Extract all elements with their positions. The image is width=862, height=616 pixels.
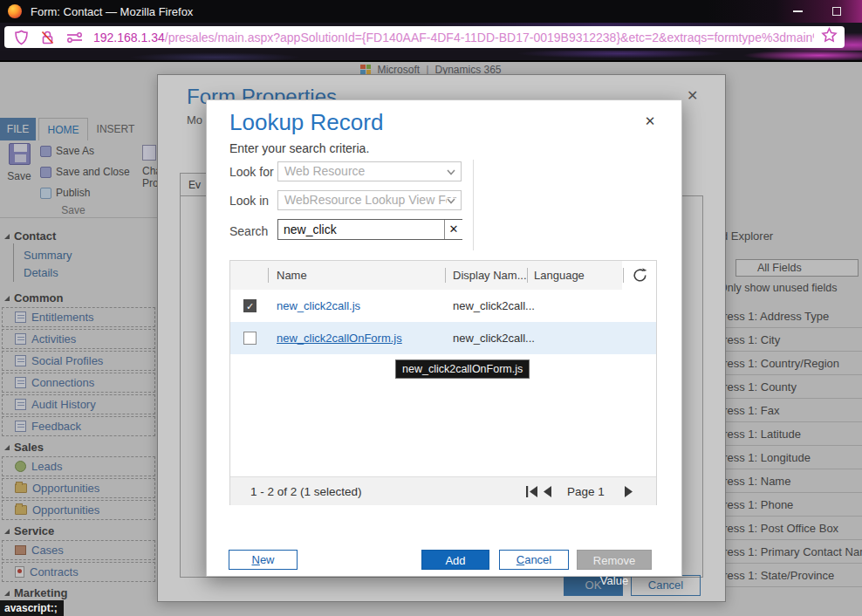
- search-input[interactable]: [277, 219, 462, 240]
- look-for-select[interactable]: Web Resource: [277, 161, 462, 181]
- link-tooltip: new_click2callOnForm.js: [395, 359, 530, 379]
- theme-art-strip: [0, 51, 862, 62]
- column-separator: [527, 268, 528, 283]
- url-path: /presales/main.aspx?appSolutionId={FD140…: [165, 31, 814, 44]
- column-language[interactable]: Language: [534, 269, 585, 282]
- lookup-dialog-subtitle: Enter your search criteria.: [229, 141, 369, 155]
- browser-titlebar: Form: Contact — Mozilla Firefox: [0, 0, 862, 23]
- cancel-button[interactable]: Cancel: [499, 550, 569, 570]
- url-bar[interactable]: 192.168.1.34/presales/main.aspx?appSolut…: [4, 26, 845, 48]
- minimize-button[interactable]: [793, 10, 803, 12]
- record-count-summary: 1 - 2 of 2 (1 selected): [250, 485, 362, 498]
- close-icon[interactable]: ✕: [642, 113, 658, 129]
- webresource-link[interactable]: new_click2call.js: [277, 299, 360, 312]
- column-separator: [268, 268, 269, 283]
- permissions-icon[interactable]: [66, 32, 83, 43]
- bookmark-star-icon[interactable]: [821, 27, 838, 47]
- browser-navbar: 192.168.1.34/presales/main.aspx?appSolut…: [0, 23, 862, 51]
- look-in-value: WebResource Lookup View For: [284, 193, 456, 207]
- first-page-icon[interactable]: [524, 485, 539, 502]
- row-checkbox-unchecked[interactable]: [243, 332, 257, 345]
- look-for-value: Web Resource: [284, 164, 365, 178]
- next-page-icon[interactable]: [623, 485, 634, 502]
- column-separator: [445, 268, 446, 283]
- display-name-cell: new_click2call...: [453, 332, 535, 345]
- column-separator: [623, 268, 624, 283]
- grid-footer: 1 - 2 of 2 (1 selected) Page 1: [230, 476, 656, 505]
- shield-icon[interactable]: [14, 30, 29, 45]
- previous-page-icon[interactable]: [542, 485, 553, 502]
- chevron-down-icon: [447, 198, 455, 204]
- look-in-select[interactable]: WebResource Lookup View For: [277, 190, 462, 210]
- result-row-1[interactable]: ✓ new_click2call.js new_click2call...: [230, 290, 656, 322]
- search-label: Search: [229, 224, 268, 238]
- display-name-cell: new_click2call...: [453, 299, 535, 312]
- new-button[interactable]: New: [229, 550, 298, 570]
- row-checkbox-checked[interactable]: ✓: [243, 299, 257, 312]
- lookup-record-dialog: Lookup Record Enter your search criteria…: [206, 99, 682, 577]
- address-url[interactable]: 192.168.1.34/presales/main.aspx?appSolut…: [93, 31, 814, 44]
- column-name[interactable]: Name: [277, 269, 307, 282]
- results-grid: Name Display Nam... Language ✓ new_click…: [229, 260, 657, 505]
- form-divider: [473, 160, 474, 250]
- look-for-label: Look for: [229, 165, 274, 179]
- firefox-icon: [8, 4, 22, 18]
- result-row-2[interactable]: new_click2callOnForm.js new_click2call..…: [230, 322, 656, 354]
- maximize-button[interactable]: [832, 7, 841, 16]
- status-bar-link-preview: avascript:;: [0, 600, 64, 616]
- url-domain: 192.168.1.34: [93, 31, 165, 44]
- firefox-window: Form: Contact — Mozilla Firefox 192.168.…: [0, 0, 862, 616]
- look-in-label: Look in: [229, 194, 269, 208]
- window-title: Form: Contact — Mozilla Firefox: [31, 5, 193, 18]
- refresh-icon[interactable]: [631, 266, 649, 288]
- add-button[interactable]: Add: [421, 550, 489, 570]
- page-indicator: Page 1: [567, 485, 605, 498]
- chevron-down-icon: [447, 169, 455, 175]
- lock-disabled-icon[interactable]: [40, 30, 55, 45]
- lookup-dialog-title: Lookup Record: [229, 109, 383, 136]
- remove-value-button[interactable]: Remove Value: [577, 550, 652, 570]
- webresource-link[interactable]: new_click2callOnForm.js: [277, 332, 402, 345]
- column-display-name[interactable]: Display Nam...: [453, 269, 527, 282]
- clear-search-icon[interactable]: ✕: [444, 220, 462, 239]
